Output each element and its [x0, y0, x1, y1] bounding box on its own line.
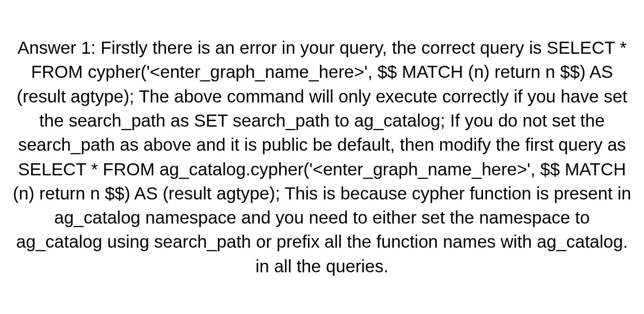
document-body: Answer 1: Firstly there is an error in y… [0, 36, 644, 278]
answer-text: Answer 1: Firstly there is an error in y… [13, 38, 631, 276]
